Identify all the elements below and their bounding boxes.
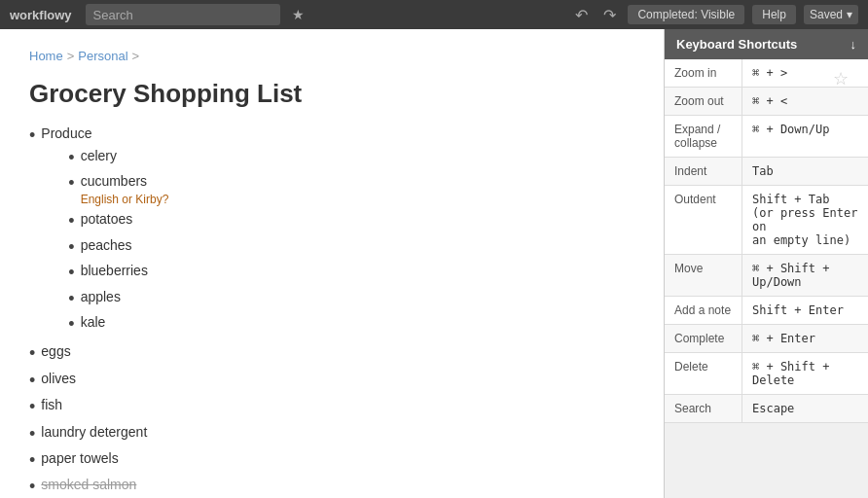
shortcut-label: Indent (665, 158, 742, 185)
shortcut-label: Expand / collapse (665, 116, 742, 157)
shortcut-label: Move (665, 255, 742, 296)
list-item: • celery (68, 147, 168, 169)
shortcut-key: Escape (742, 395, 868, 422)
item-label-completed[interactable]: smoked salmon (41, 476, 136, 495)
item-label[interactable]: peaches (81, 236, 132, 256)
shortcut-label: Delete (665, 353, 742, 394)
list-item: • kale (68, 313, 168, 336)
item-label[interactable]: laundry detergent (41, 423, 147, 443)
list-item: • olives (29, 370, 634, 392)
breadcrumb: Home > Personal > (29, 49, 634, 63)
list-item: • paper towels (29, 449, 634, 472)
bullet-icon: • (68, 288, 74, 310)
list-item: • cucumbersEnglish or Kirby? (68, 172, 168, 207)
produce-sublist: • celery • cucumbersEnglish or Kirby? • … (41, 147, 168, 337)
item-label[interactable]: paper towels (41, 449, 118, 469)
shortcut-row: Complete ⌘ + Enter (665, 325, 868, 353)
bullet-icon: • (29, 476, 35, 498)
list-item: • blueberries (68, 262, 168, 284)
bullet-icon: • (29, 370, 35, 392)
item-label[interactable]: celery (81, 147, 117, 166)
search-box[interactable] (86, 4, 280, 25)
shortcut-row: Add a note Shift + Enter (665, 297, 868, 325)
star-icon[interactable]: ★ (292, 7, 305, 22)
main-area: Home > Personal > ☆ Grocery Shopping Lis… (0, 29, 868, 498)
item-label[interactable]: kale (81, 313, 106, 333)
shortcuts-header: Keyboard Shortcuts ↓ (665, 29, 868, 59)
list-item: • potatoes (68, 210, 168, 232)
bullet-icon: • (29, 124, 35, 147)
shortcut-key: ⌘ + > (742, 59, 868, 87)
shortcuts-title: Keyboard Shortcuts (676, 37, 797, 52)
saved-button[interactable]: Saved ▾ (804, 5, 858, 24)
shortcut-key: ⌘ + < (742, 88, 868, 115)
list-item: • eggs (29, 342, 634, 365)
bullet-icon: • (29, 342, 35, 365)
search-input[interactable] (93, 8, 249, 22)
shortcut-key: ⌘ + Shift +Up/Down (742, 255, 868, 296)
shortcuts-panel: Keyboard Shortcuts ↓ Zoom in ⌘ + > Zoom … (664, 29, 868, 498)
shortcut-row: Indent Tab (665, 158, 868, 186)
item-label[interactable]: fish (41, 396, 62, 415)
bullet-icon: • (29, 423, 35, 445)
shortcut-row: Search Escape (665, 395, 868, 423)
completed-button[interactable]: Completed: Visible (628, 5, 744, 24)
breadcrumb-sep1: > (67, 49, 75, 63)
shortcut-row: Delete ⌘ + Shift + Delete (665, 353, 868, 395)
app-logo[interactable]: workflowy (10, 8, 72, 22)
breadcrumb-personal[interactable]: Personal (78, 49, 127, 63)
dropdown-icon: ▾ (847, 8, 852, 21)
shortcut-key: Shift + Enter (742, 297, 868, 324)
redo-button[interactable]: ↷ (599, 6, 620, 24)
topbar: workflowy ★ ↶ ↷ Completed: Visible Help … (0, 0, 868, 29)
shortcuts-arrow-icon[interactable]: ↓ (850, 37, 857, 52)
list-item: • smoked salmon (29, 476, 634, 498)
shortcut-row: Zoom out ⌘ + < (665, 88, 868, 116)
shortcuts-list: Zoom in ⌘ + > Zoom out ⌘ + < Expand / co… (665, 59, 868, 423)
content-pane: Home > Personal > ☆ Grocery Shopping Lis… (0, 29, 664, 498)
item-label[interactable]: potatoes (81, 210, 133, 230)
item-label[interactable]: Produce (41, 125, 91, 141)
item-note: English or Kirby? (81, 192, 169, 208)
bullet-icon: • (29, 396, 35, 418)
bullet-icon: • (68, 172, 74, 195)
undo-button[interactable]: ↶ (571, 6, 592, 24)
bullet-icon: • (29, 449, 35, 472)
help-button[interactable]: Help (752, 5, 796, 24)
shortcut-key: ⌘ + Enter (742, 325, 868, 352)
shortcut-key: Shift + Tab(or press Enter onan empty li… (742, 186, 868, 254)
item-label[interactable]: cucumbersEnglish or Kirby? (81, 172, 169, 207)
shortcut-key: Tab (742, 158, 868, 185)
shortcut-row: Move ⌘ + Shift +Up/Down (665, 255, 868, 297)
shortcut-label: Zoom in (665, 59, 742, 87)
shortcut-label: Complete (665, 325, 742, 352)
page-title: Grocery Shopping List (29, 79, 634, 109)
list-item: • apples (68, 288, 168, 310)
shortcut-label: Search (665, 395, 742, 422)
item-label[interactable]: blueberries (81, 262, 148, 281)
breadcrumb-home[interactable]: Home (29, 49, 63, 63)
item-label[interactable]: olives (41, 370, 76, 389)
shortcut-row: Expand / collapse ⌘ + Down/Up (665, 116, 868, 158)
bullet-icon: • (68, 147, 74, 169)
shortcut-label: Outdent (665, 186, 742, 254)
saved-label: Saved (810, 8, 843, 21)
bullet-icon: • (68, 313, 74, 336)
list-item: • fish (29, 396, 634, 418)
shortcut-row: Outdent Shift + Tab(or press Enter onan … (665, 186, 868, 255)
breadcrumb-sep2: > (132, 49, 140, 63)
list-item: • Produce • celery • cucumbersEnglish or… (29, 124, 634, 338)
list-item: • peaches (68, 236, 168, 259)
item-label[interactable]: eggs (41, 342, 70, 362)
bullet-icon: • (68, 262, 74, 284)
shortcut-label: Zoom out (665, 88, 742, 115)
shortcut-key: ⌘ + Down/Up (742, 116, 868, 157)
bullet-icon: • (68, 236, 74, 259)
bullet-icon: • (68, 210, 74, 232)
list-item: • laundry detergent (29, 423, 634, 445)
grocery-list: • Produce • celery • cucumbersEnglish or… (29, 124, 634, 498)
shortcut-label: Add a note (665, 297, 742, 324)
item-label[interactable]: apples (81, 288, 121, 307)
shortcut-key: ⌘ + Shift + Delete (742, 353, 868, 394)
